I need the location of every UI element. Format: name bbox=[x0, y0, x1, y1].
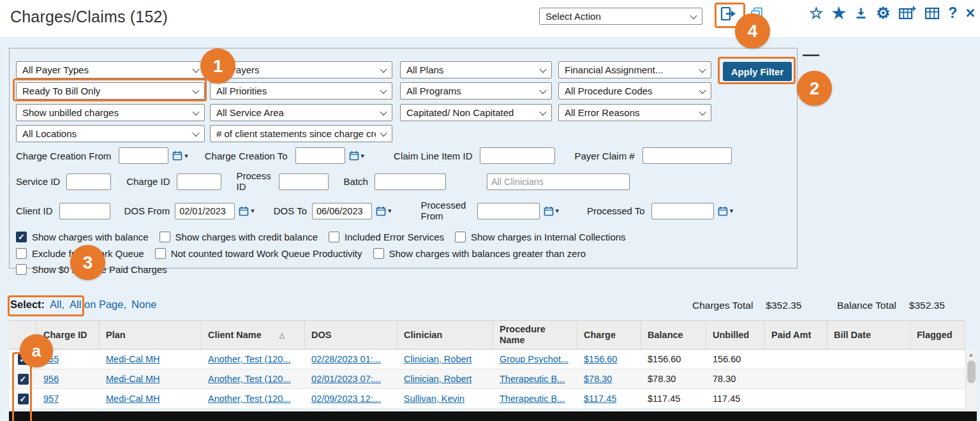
favorite-outline-star-icon[interactable]: ☆ bbox=[809, 5, 823, 21]
column-header-client-name[interactable]: Client Name△ bbox=[202, 321, 305, 349]
charge-amount-link[interactable]: $78.30 bbox=[584, 374, 612, 384]
dos-link[interactable]: 02/28/2023 01:... bbox=[311, 354, 381, 364]
processed-to-calendar[interactable]: ▾ bbox=[718, 206, 734, 216]
select-action-dropdown[interactable]: Select Action bbox=[539, 8, 702, 25]
not-counted-productivity-checkbox[interactable]: Not counted toward Work Queue Productivi… bbox=[155, 248, 362, 259]
processed-from-calendar[interactable]: ▾ bbox=[544, 206, 560, 216]
locations-select[interactable]: All Locations bbox=[16, 125, 205, 142]
included-error-services-checkbox[interactable]: Included Error Services bbox=[329, 232, 444, 242]
billed-status-select[interactable]: Show unbilled charges bbox=[16, 104, 205, 121]
programs-select[interactable]: All Programs bbox=[400, 82, 552, 100]
checkbox-unchecked-icon[interactable] bbox=[329, 232, 339, 242]
checkbox-unchecked-icon[interactable] bbox=[16, 264, 27, 275]
select-all-on-page-link[interactable]: All on Page bbox=[70, 299, 123, 311]
client-name-link[interactable]: Another, Test (120... bbox=[208, 354, 291, 364]
grid-view-button[interactable] bbox=[924, 6, 940, 20]
service-id-input[interactable] bbox=[66, 174, 111, 190]
client-name-link[interactable]: Another, Test (120... bbox=[208, 394, 291, 404]
dos-link[interactable]: 02/01/2023 07:... bbox=[311, 374, 381, 384]
charge-creation-to-calendar[interactable]: ▾ bbox=[349, 151, 365, 161]
column-header-dos[interactable]: DOS bbox=[305, 321, 397, 349]
claim-line-item-id-input[interactable] bbox=[480, 147, 555, 164]
dos-to-input[interactable] bbox=[312, 203, 372, 219]
show-credit-balance-checkbox[interactable]: Show charges with credit balance bbox=[160, 232, 318, 242]
column-header-unbilled[interactable]: Unbilled bbox=[706, 321, 765, 349]
procedure-link[interactable]: Group Psychot... bbox=[500, 354, 568, 364]
plan-link[interactable]: Medi-Cal MH bbox=[106, 354, 160, 364]
scroll-up-arrow[interactable]: ▲ bbox=[966, 350, 976, 358]
charge-id-link[interactable]: 957 bbox=[43, 394, 59, 404]
column-header-paid-amt[interactable]: Paid Amt bbox=[765, 321, 828, 349]
charge-creation-from-input[interactable] bbox=[119, 147, 168, 164]
dos-link[interactable]: 02/09/2023 12:... bbox=[311, 394, 381, 404]
checkbox-unchecked-icon[interactable] bbox=[373, 248, 384, 259]
column-header-bill-date[interactable]: Bill Date bbox=[828, 321, 910, 349]
apply-filter-button[interactable]: Apply Filter bbox=[723, 62, 792, 81]
clinician-link[interactable]: Sullivan, Kevin bbox=[404, 394, 464, 404]
close-icon[interactable]: × bbox=[965, 5, 975, 21]
processed-from-input[interactable] bbox=[477, 203, 540, 219]
favorite-filled-star-icon[interactable]: ★ bbox=[831, 5, 845, 21]
row-checkbox[interactable]: ✓ bbox=[18, 394, 29, 404]
payer-types-select[interactable]: All Payer Types bbox=[16, 61, 205, 78]
service-area-select[interactable]: All Service Area bbox=[210, 104, 392, 121]
charge-amount-link[interactable]: $156.60 bbox=[584, 354, 617, 364]
procedure-link[interactable]: Therapeutic B... bbox=[500, 374, 565, 384]
plan-link[interactable]: Medi-Cal MH bbox=[106, 374, 160, 384]
clinician-link[interactable]: Clinician, Robert bbox=[404, 354, 471, 364]
payers-select[interactable]: All Payers bbox=[210, 61, 392, 78]
checkbox-unchecked-icon[interactable] bbox=[16, 248, 27, 259]
charge-id-link[interactable]: 956 bbox=[43, 374, 59, 384]
priorities-select[interactable]: All Priorities bbox=[210, 82, 392, 100]
processed-to-input[interactable] bbox=[651, 203, 714, 219]
charge-amount-link[interactable]: $117.45 bbox=[584, 394, 616, 404]
batch-input[interactable] bbox=[375, 174, 446, 190]
settings-gear-icon[interactable]: ⚙ bbox=[876, 5, 890, 21]
payer-claim-number-input[interactable] bbox=[642, 147, 732, 164]
vertical-scrollbar[interactable]: ▲ bbox=[965, 350, 976, 411]
column-header-clinician[interactable]: Clinician bbox=[397, 321, 493, 349]
plan-link[interactable]: Medi-Cal MH bbox=[106, 394, 160, 404]
column-header-flagged[interactable]: Flagged bbox=[910, 321, 965, 349]
error-reasons-select[interactable]: All Error Reasons bbox=[558, 104, 711, 121]
balances-greater-than-zero-checkbox[interactable]: Show charges with balances greater than … bbox=[373, 248, 586, 259]
capitated-select[interactable]: Capitated/ Non Capitated bbox=[400, 104, 552, 121]
client-statements-select[interactable]: # of client statements since charge crea bbox=[210, 125, 392, 142]
column-header-charge[interactable]: Charge bbox=[577, 321, 641, 349]
column-header-procedure-name[interactable]: Procedure Name bbox=[493, 321, 577, 349]
select-all-link[interactable]: All bbox=[50, 299, 61, 311]
dos-from-input[interactable] bbox=[175, 203, 235, 219]
procedure-link[interactable]: Therapeutic B... bbox=[500, 394, 565, 404]
row-checkbox[interactable]: ✓ bbox=[18, 374, 29, 385]
process-id-input[interactable] bbox=[279, 174, 329, 190]
help-icon[interactable]: ? bbox=[948, 6, 957, 20]
add-grid-column-button[interactable] bbox=[898, 6, 916, 20]
checkbox-unchecked-icon[interactable] bbox=[155, 248, 166, 259]
procedure-codes-select[interactable]: All Procedure Codes bbox=[558, 82, 711, 100]
ready-to-bill-select[interactable]: Ready To Bill Only bbox=[16, 82, 205, 100]
show-charges-with-balance-checkbox[interactable]: ✓ Show charges with balance bbox=[16, 232, 149, 242]
plans-select[interactable]: All Plans bbox=[400, 61, 552, 78]
checkbox-unchecked-icon[interactable] bbox=[455, 232, 466, 242]
select-none-link[interactable]: None bbox=[131, 299, 156, 311]
column-header-plan[interactable]: Plan bbox=[100, 321, 202, 349]
caret-down-icon: ▾ bbox=[251, 207, 255, 215]
client-id-input[interactable] bbox=[59, 203, 110, 219]
dos-from-calendar[interactable]: ▾ bbox=[239, 206, 255, 216]
internal-collections-checkbox[interactable]: Show charges in Internal Collections bbox=[455, 232, 626, 242]
column-header-balance[interactable]: Balance bbox=[641, 321, 706, 349]
charge-id-input[interactable] bbox=[177, 174, 221, 190]
export-button[interactable] bbox=[720, 6, 737, 22]
clinicians-input[interactable] bbox=[487, 174, 630, 190]
checkbox-checked-icon[interactable]: ✓ bbox=[16, 232, 27, 242]
charge-creation-from-calendar[interactable]: ▾ bbox=[172, 151, 188, 161]
dos-to-calendar[interactable]: ▾ bbox=[376, 206, 392, 216]
financial-assignment-select[interactable]: Financial Assignment... bbox=[558, 61, 711, 78]
scrollbar-thumb[interactable] bbox=[967, 360, 976, 383]
clinician-link[interactable]: Clinician, Robert bbox=[404, 374, 471, 384]
charge-creation-to-input[interactable] bbox=[295, 147, 345, 164]
download-button[interactable] bbox=[854, 6, 868, 20]
collapse-filter-button[interactable]: — bbox=[803, 46, 819, 63]
checkbox-unchecked-icon[interactable] bbox=[160, 232, 170, 242]
client-name-link[interactable]: Another, Test (120... bbox=[208, 374, 291, 384]
